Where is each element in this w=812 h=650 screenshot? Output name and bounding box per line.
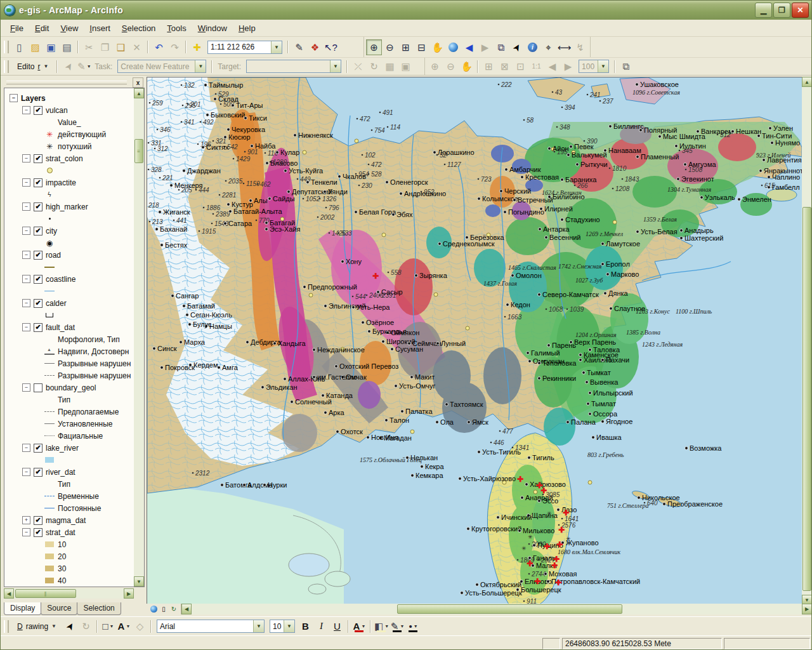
chevron-down-icon[interactable]: ▼ [330,60,341,72]
toc-scroll-thumb[interactable]: ≡ [134,139,143,163]
save-button[interactable]: ▣ [43,39,59,55]
toc-layer-strat_dat[interactable]: −✔strat_dat [4,526,144,538]
chevron-down-icon[interactable]: ▼ [361,624,365,628]
toc-layer-city[interactable]: −✔city [4,225,144,237]
editor-menu[interactable]: Editor▼ [11,60,54,74]
font-color-button[interactable]: A▼ [351,618,367,634]
collapse-icon[interactable]: − [22,468,30,476]
pan-button[interactable]: ✋ [429,39,445,55]
scroll-up-arrow-icon[interactable]: ▲ [134,88,144,98]
menu-item-window[interactable]: Window [192,22,233,35]
select-elements-tool-button[interactable]: ➤ [62,618,78,634]
toc-vertical-scrollbar[interactable]: ▲ ≡ ▼ [134,88,144,587]
map-vscroll-thumb[interactable] [802,207,811,591]
add-data-button[interactable]: ✚ [189,39,205,55]
drawing-menu[interactable]: Drawing▼ [11,620,62,633]
collapse-icon[interactable]: − [22,106,30,114]
find-button[interactable]: ⌖ [540,39,556,55]
toggle-draft-mode-button[interactable]: ⧉ [618,58,634,74]
collapse-icon[interactable]: − [22,227,30,235]
layer-visibility-checkbox[interactable]: ✔ [34,227,43,235]
toc-layer-vulcan[interactable]: −✔vulcan [4,104,144,116]
measure-button[interactable]: ⟷ [556,39,572,55]
toc-layer-river_dat[interactable]: −✔river_dat [4,466,144,478]
expand-icon[interactable]: + [22,516,30,524]
target-combo[interactable]: ▼ [246,60,341,73]
collapse-icon[interactable]: − [10,94,18,102]
maximize-button[interactable]: ❐ [773,3,790,18]
paste-button[interactable]: ❑ [113,39,129,55]
toolbar-grip-handle[interactable] [4,620,9,633]
layer-visibility-checkbox[interactable] [34,383,43,392]
minimize-button[interactable]: ▁ [755,3,772,18]
scroll-down-arrow-icon[interactable]: ▼ [134,576,144,587]
whats-this-help-button[interactable]: ↖? [323,39,339,55]
bold-button[interactable]: B [298,618,313,634]
tab-source[interactable]: Source [41,602,77,615]
chevron-down-icon[interactable]: ▼ [195,60,206,72]
collapse-icon[interactable]: − [22,154,30,162]
map-scale-combo[interactable]: 1:11 212 626▼ [207,41,282,54]
zoom-out-button[interactable]: ⊖ [382,39,398,55]
menu-item-view[interactable]: View [55,22,84,35]
layout-view-button[interactable]: ▯ [159,604,169,614]
toc-layer-fault_dat[interactable]: −✔fault_dat [4,321,144,333]
open-folder-button[interactable]: ▨ [27,39,43,55]
scroll-left-arrow-icon[interactable]: ◀ [181,604,192,614]
toc-layer-strat_colon[interactable]: −✔strat_colon [4,152,144,164]
toc-layer-impactite[interactable]: −✔impactite [4,176,144,189]
scroll-up-arrow-icon[interactable]: ▲ [802,77,812,87]
identify-button[interactable]: i [525,39,540,55]
toc-layer-boundary_geol[interactable]: −boundary_geol [4,381,144,394]
new-document-button[interactable]: ▯ [11,39,27,55]
layer-visibility-checkbox[interactable]: ✔ [34,323,43,332]
tab-selection[interactable]: Selection [77,602,121,615]
data-view-button[interactable] [148,604,159,614]
toc-hscroll-thumb[interactable]: ∥ [15,589,76,598]
collapse-icon[interactable]: − [22,383,30,392]
chevron-down-icon[interactable]: ▼ [87,64,91,69]
fixed-zoom-out-button[interactable]: ⊟ [414,39,429,55]
toc-close-icon[interactable]: x [133,77,143,88]
editor-toolbar-button[interactable]: ✎ [291,39,307,55]
toc-layer-lake_river[interactable]: −✔lake_river [4,442,144,454]
new-text-button[interactable]: A▼ [116,618,132,634]
map-vertical-scrollbar[interactable]: ▲ ▼ [802,77,812,605]
map-hscroll-thumb[interactable] [397,604,622,614]
layer-visibility-checkbox[interactable]: ✔ [34,178,43,187]
layer-visibility-checkbox[interactable]: ✔ [34,528,43,537]
layer-visibility-checkbox[interactable]: ✔ [34,251,43,260]
layer-visibility-checkbox[interactable]: ✔ [34,202,43,211]
italic-button[interactable]: I [313,618,329,634]
toc-layer-calder[interactable]: −✔calder [4,297,144,309]
collapse-icon[interactable]: − [22,444,30,452]
scroll-right-arrow-icon[interactable]: ▶ [802,604,812,614]
menu-item-selection[interactable]: Selection [116,22,161,35]
chevron-down-icon[interactable]: ▼ [384,624,389,628]
collapse-icon[interactable]: − [22,202,30,211]
tab-display[interactable]: Display [4,602,41,615]
layer-visibility-checkbox[interactable]: ✔ [34,154,43,163]
chevron-down-icon[interactable]: ▼ [414,624,418,628]
arctoolbox-button[interactable]: ❖ [307,39,323,55]
chevron-down-icon[interactable]: ▼ [400,624,404,628]
close-button[interactable]: ✕ [792,3,809,18]
menu-item-file[interactable]: File [4,22,29,35]
collapse-icon[interactable]: − [22,178,30,187]
task-combo[interactable]: Create New Feature▼ [117,60,206,73]
new-rectangle-button[interactable]: □▼ [100,618,116,634]
toc-root[interactable]: −Layers [4,92,144,104]
zoom-percent-combo[interactable]: 100▼ [579,60,609,73]
select-elements-button[interactable]: ➤ [509,39,525,55]
collapse-icon[interactable]: − [22,299,30,307]
toc-layer-coastline[interactable]: −✔coastline [4,273,144,285]
refresh-view-button[interactable]: ↻ [169,604,179,614]
menu-item-insert[interactable]: Insert [84,22,116,35]
toc-layer-magma_dat[interactable]: +✔magma_dat [4,514,144,526]
layer-visibility-checkbox[interactable]: ✔ [34,299,43,308]
toc-drag-handle[interactable] [6,81,127,84]
layer-visibility-checkbox[interactable]: ✔ [34,516,43,525]
chevron-down-icon[interactable]: ▼ [253,620,264,632]
chevron-down-icon[interactable]: ▼ [271,41,282,53]
collapse-icon[interactable]: − [22,528,30,536]
